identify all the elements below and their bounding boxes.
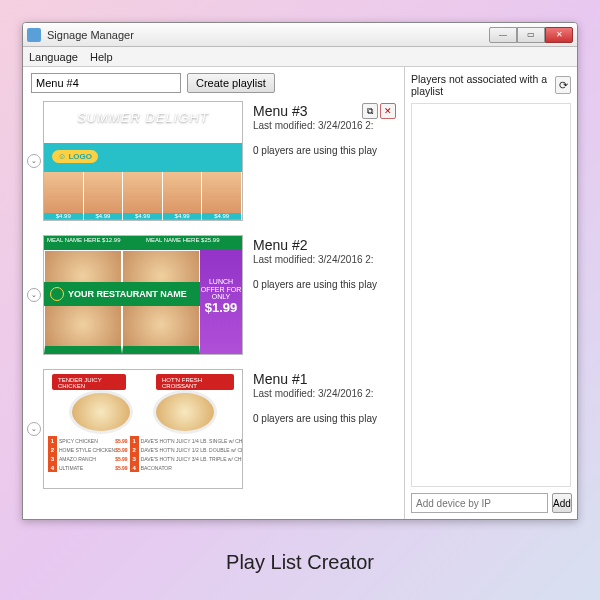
logo-badge: ☺ LOGO (52, 150, 98, 163)
maximize-button[interactable]: ▭ (517, 27, 545, 43)
last-modified-label: Last modified: 3/24/2016 2: (253, 120, 396, 131)
app-window: Signage Manager — ▭ ✕ Language Help Crea… (22, 22, 578, 520)
menu-language[interactable]: Language (29, 51, 78, 63)
figure-caption: Play List Creator (0, 551, 600, 574)
menu-help[interactable]: Help (90, 51, 113, 63)
playlist-title: Menu #2 (253, 237, 307, 253)
left-panel: Create playlist ⌄ ☺ LOGO Menu #3 (23, 67, 405, 519)
playlist-row[interactable]: ⌄ ☺ LOGO Menu #3 ⧉ ✕ (31, 101, 396, 221)
last-modified-label: Last modified: 3/24/2016 2: (253, 254, 396, 265)
menubar: Language Help (23, 47, 577, 67)
players-count-label: 0 players are using this play (253, 145, 396, 156)
copy-icon[interactable]: ⧉ (362, 103, 378, 119)
add-device-button[interactable]: Add (552, 493, 572, 513)
playlist-name-input[interactable] (31, 73, 181, 93)
minimize-button[interactable]: — (489, 27, 517, 43)
offer-panel: LUNCH OFFER FOR ONLY$1.99 (200, 250, 242, 354)
window-title: Signage Manager (47, 29, 489, 41)
create-playlist-button[interactable]: Create playlist (187, 73, 275, 93)
playlist-thumbnail[interactable]: ☺ LOGO (43, 101, 243, 221)
playlist-thumbnail[interactable]: MEAL NAME HERE $12.99MEAL NAME HERE $25.… (43, 235, 243, 355)
restaurant-name-band: YOUR RESTAURANT NAME (44, 282, 200, 306)
right-panel: Players not associated with a playlist ⟳… (405, 67, 577, 519)
unassociated-players-heading: Players not associated with a playlist (411, 73, 555, 97)
players-count-label: 0 players are using this play (253, 413, 396, 424)
players-count-label: 0 players are using this play (253, 279, 396, 290)
playlist-row[interactable]: ⌄ TENDER JUICY CHICKEN HOT'N FRESH CROIS… (31, 369, 396, 489)
add-device-ip-input[interactable] (411, 493, 548, 513)
chevron-down-icon[interactable]: ⌄ (27, 154, 41, 168)
chevron-down-icon[interactable]: ⌄ (27, 422, 41, 436)
last-modified-label: Last modified: 3/24/2016 2: (253, 388, 396, 399)
playlist-list[interactable]: ⌄ ☺ LOGO Menu #3 ⧉ ✕ (23, 97, 404, 519)
chevron-down-icon[interactable]: ⌄ (27, 288, 41, 302)
refresh-icon[interactable]: ⟳ (555, 76, 571, 94)
close-button[interactable]: ✕ (545, 27, 573, 43)
playlist-row[interactable]: ⌄ MEAL NAME HERE $12.99MEAL NAME HERE $2… (31, 235, 396, 355)
app-icon (27, 28, 41, 42)
playlist-thumbnail[interactable]: TENDER JUICY CHICKEN HOT'N FRESH CROISSA… (43, 369, 243, 489)
playlist-title: Menu #1 (253, 371, 307, 387)
delete-icon[interactable]: ✕ (380, 103, 396, 119)
playlist-title: Menu #3 (253, 103, 307, 119)
titlebar[interactable]: Signage Manager — ▭ ✕ (23, 23, 577, 47)
unassociated-players-list[interactable] (411, 103, 571, 487)
